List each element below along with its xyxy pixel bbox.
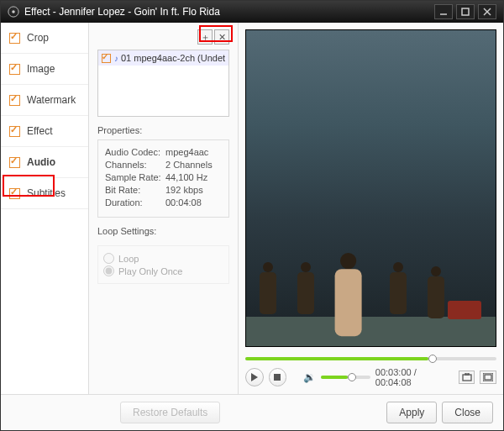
- minimize-button[interactable]: [434, 4, 453, 19]
- app-icon: [8, 6, 19, 18]
- sidebar: Crop Image Watermark Effect Audio Subtit…: [1, 23, 89, 394]
- sidebar-item-watermark[interactable]: Watermark: [1, 85, 88, 116]
- check-icon: [9, 126, 20, 137]
- prop-val: 192 kbps: [165, 185, 203, 195]
- prop-val: 2 Channels: [165, 160, 213, 170]
- volume-slider[interactable]: [321, 376, 370, 379]
- footer: Restore Defaults Apply Close: [1, 394, 503, 429]
- audio-panel: ＋ ✕ ♪ 01 mpeg4aac-2ch (Undeter Propertie…: [89, 23, 239, 394]
- check-icon: [9, 33, 20, 44]
- svg-rect-9: [465, 373, 469, 375]
- sidebar-item-crop[interactable]: Crop: [1, 23, 88, 54]
- close-footer-button[interactable]: Close: [442, 402, 493, 423]
- add-track-button[interactable]: ＋: [197, 29, 213, 45]
- prop-key: Bit Rate:: [105, 185, 165, 195]
- loop-settings: Loop Play Only Once: [97, 245, 229, 284]
- svg-marker-6: [251, 373, 258, 381]
- check-icon: [9, 95, 20, 106]
- fullscreen-button[interactable]: [480, 371, 496, 384]
- check-icon: [9, 157, 20, 168]
- prop-key: Duration:: [105, 197, 165, 208]
- snapshot-button[interactable]: [459, 371, 475, 384]
- prop-val: mpeg4aac: [165, 147, 208, 157]
- svg-rect-7: [274, 374, 281, 381]
- video-frame-image: [246, 30, 496, 346]
- close-button[interactable]: [478, 4, 496, 19]
- svg-rect-3: [462, 8, 469, 15]
- restore-defaults-button[interactable]: Restore Defaults: [120, 402, 220, 423]
- svg-rect-11: [485, 375, 491, 380]
- check-icon: [9, 188, 20, 199]
- window-title: Effect - Jennifer Lopez - Goin' In ft. F…: [24, 6, 431, 18]
- video-preview[interactable]: [245, 29, 496, 347]
- stop-button[interactable]: [269, 368, 287, 386]
- audio-track-row[interactable]: ♪ 01 mpeg4aac-2ch (Undeter: [98, 50, 228, 66]
- play-once-radio[interactable]: Play Only Once: [103, 265, 223, 276]
- prop-key: Channels:: [105, 160, 165, 170]
- svg-point-1: [12, 10, 15, 13]
- properties-box: Audio Codec:mpeg4aac Channels:2 Channels…: [97, 139, 229, 218]
- sidebar-item-label: Image: [27, 63, 55, 75]
- sidebar-item-effect[interactable]: Effect: [1, 116, 88, 147]
- svg-rect-8: [463, 375, 471, 381]
- preview-panel: 🔉 00:03:00 / 00:04:08: [239, 23, 503, 394]
- titlebar: Effect - Jennifer Lopez - Goin' In ft. F…: [1, 1, 503, 23]
- loop-radio[interactable]: Loop: [103, 253, 223, 264]
- check-icon: [102, 54, 111, 63]
- music-note-icon: ♪: [114, 54, 118, 63]
- sidebar-item-audio[interactable]: Audio: [1, 147, 88, 178]
- check-icon: [9, 64, 20, 75]
- prop-val: 00:04:08: [165, 197, 202, 208]
- sidebar-item-subtitles[interactable]: Subtitles: [1, 178, 88, 209]
- properties-heading: Properties:: [97, 125, 229, 135]
- play-button[interactable]: [245, 368, 264, 386]
- prop-key: Audio Codec:: [105, 147, 165, 157]
- apply-button[interactable]: Apply: [386, 402, 437, 423]
- maximize-button[interactable]: [456, 4, 475, 19]
- sidebar-item-image[interactable]: Image: [1, 54, 88, 85]
- track-name: 01 mpeg4aac-2ch (Undeter: [121, 53, 225, 63]
- sidebar-item-label: Audio: [27, 156, 55, 168]
- sidebar-item-label: Crop: [27, 32, 49, 44]
- audio-track-list[interactable]: ♪ 01 mpeg4aac-2ch (Undeter: [97, 50, 229, 117]
- remove-track-button[interactable]: ✕: [214, 29, 229, 45]
- loop-heading: Loop Settings:: [97, 226, 229, 236]
- seek-bar[interactable]: [245, 355, 496, 362]
- prop-key: Sample Rate:: [105, 172, 165, 182]
- sidebar-item-label: Effect: [27, 125, 52, 137]
- playback-time: 00:03:00 / 00:04:08: [375, 367, 454, 387]
- prop-val: 44,100 Hz: [165, 172, 207, 182]
- sidebar-item-label: Subtitles: [27, 187, 66, 199]
- volume-icon[interactable]: 🔉: [303, 371, 316, 383]
- sidebar-item-label: Watermark: [27, 94, 76, 106]
